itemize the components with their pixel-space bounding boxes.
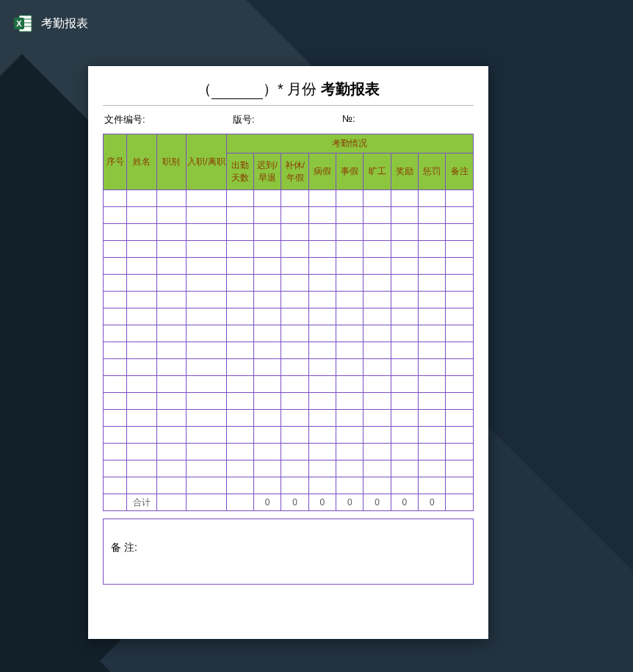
cell: [253, 224, 281, 241]
cell: [308, 427, 336, 444]
cell: [156, 477, 186, 494]
cell: [187, 359, 227, 376]
cell: [419, 359, 446, 376]
cell: [419, 410, 446, 427]
cell: [156, 359, 186, 376]
cell: [253, 325, 281, 342]
cell: [336, 258, 363, 275]
cell: [253, 376, 281, 393]
cell: [127, 376, 156, 393]
cell: [281, 241, 308, 258]
cell: [363, 477, 391, 494]
cell: [156, 224, 186, 241]
cell: [419, 427, 446, 444]
cell: [363, 427, 391, 444]
excel-icon: X: [13, 13, 34, 34]
cell: [187, 224, 227, 241]
cell: [281, 444, 308, 460]
cell: [419, 224, 446, 241]
cell: [187, 376, 227, 393]
total-cell: 0: [363, 494, 391, 511]
cell: [127, 207, 156, 224]
cell: [446, 325, 474, 342]
cell: [187, 460, 227, 477]
cell: [253, 393, 281, 410]
cell: [156, 393, 186, 410]
document-sheet: （）* 月份 考勤报表 文件编号: 版号: №: 序号 姓名 职别 入职/离职 …: [88, 66, 488, 639]
cell: [446, 224, 474, 241]
cell: [391, 410, 418, 427]
cell: [253, 477, 281, 494]
th-comp-annual: 补休/年假: [281, 153, 308, 190]
cell: [419, 393, 446, 410]
total-cell: 0: [308, 494, 336, 511]
cell: [363, 241, 391, 258]
cell: [419, 190, 446, 207]
cell: [336, 190, 363, 207]
cell: [308, 224, 336, 241]
cell: [127, 427, 156, 444]
cell: [336, 393, 363, 410]
cell: [127, 393, 156, 410]
table-row: [104, 207, 474, 224]
table-row: [104, 444, 474, 460]
cell: [308, 308, 336, 325]
cell: [419, 258, 446, 275]
cell: [281, 258, 308, 275]
cell: [156, 342, 186, 359]
th-hire-leave: 入职/离职: [187, 134, 227, 190]
cell: [226, 359, 253, 376]
cell: [187, 325, 227, 342]
cell: [104, 308, 127, 325]
cell: [363, 325, 391, 342]
cell: [187, 241, 227, 258]
cell: [104, 460, 127, 477]
cell: [281, 190, 308, 207]
cell: [446, 393, 474, 410]
cell: [336, 275, 363, 292]
totals-label: 合计: [127, 494, 156, 511]
cell: [226, 190, 253, 207]
cell: [104, 376, 127, 393]
cell: [187, 190, 227, 207]
cell: [336, 241, 363, 258]
cell: [104, 224, 127, 241]
cell: [308, 292, 336, 308]
notes-label: 备 注:: [111, 541, 137, 553]
cell: [281, 393, 308, 410]
cell: [253, 342, 281, 359]
cell: [363, 376, 391, 393]
cell: [336, 292, 363, 308]
cell: [187, 444, 227, 460]
cell: [281, 325, 308, 342]
divider: [103, 105, 474, 106]
th-penalty: 惩罚: [419, 153, 446, 190]
cell: [104, 444, 127, 460]
cell: [226, 325, 253, 342]
cell: [336, 224, 363, 241]
cell: [363, 224, 391, 241]
th-sick: 病假: [308, 153, 336, 190]
totals-row: 合计 0 0 0 0 0 0 0: [104, 494, 474, 511]
cell: [308, 342, 336, 359]
table-row: [104, 410, 474, 427]
cell: [308, 359, 336, 376]
cell: [281, 410, 308, 427]
cell: [226, 393, 253, 410]
cell: [187, 308, 227, 325]
cell: [127, 292, 156, 308]
cell: [127, 342, 156, 359]
cell: [226, 308, 253, 325]
cell: [156, 207, 186, 224]
table-row: [104, 258, 474, 275]
th-absent: 旷工: [363, 153, 391, 190]
cell: [391, 460, 418, 477]
cell: [253, 444, 281, 460]
cell: [281, 427, 308, 444]
cell: [156, 325, 186, 342]
cell: [336, 410, 363, 427]
table-row: [104, 376, 474, 393]
cell: [363, 258, 391, 275]
cell: [308, 325, 336, 342]
cell: [281, 207, 308, 224]
